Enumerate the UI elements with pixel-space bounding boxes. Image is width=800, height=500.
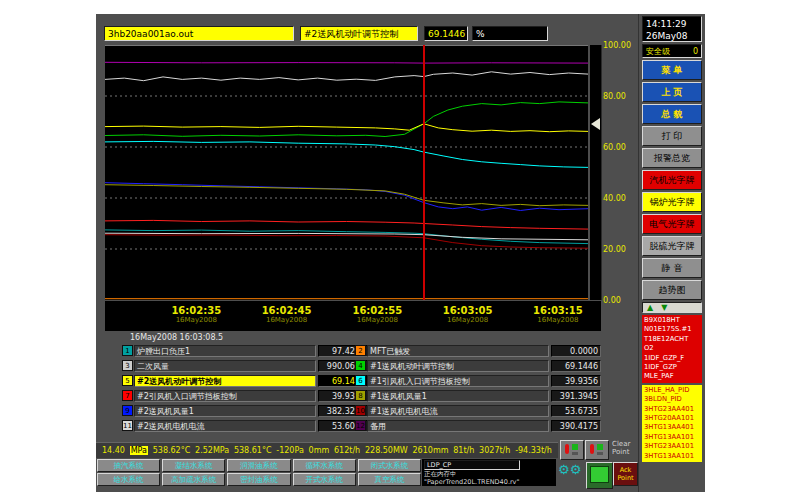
overview-button[interactable]: 总 貌 — [642, 104, 702, 124]
system-button[interactable]: 给水系统 — [97, 473, 160, 486]
trend-file-box[interactable]: 3hb20aa001ao.out — [104, 26, 294, 41]
legend-row[interactable]: 11#2送风机电机电流53.6005 — [122, 420, 368, 432]
security-value: 0 — [693, 45, 698, 57]
series-color-swatch: 3 — [122, 360, 133, 371]
legend-row[interactable]: 6#1引风机入口调节挡板控制39.9356 — [355, 375, 601, 387]
series-label[interactable]: #1引风机入口调节挡板控制 — [367, 375, 549, 387]
chart-scroll-column[interactable] — [590, 45, 602, 300]
alarm-tag[interactable]: N01E175S.#1 — [644, 325, 700, 334]
alarm-tag[interactable]: B9X018HT — [644, 316, 700, 325]
fgd-annunciator-button[interactable]: 脱硫光字牌 — [642, 236, 702, 256]
system-button[interactable]: 开式水系统 — [293, 473, 356, 486]
status-value: 228.50MW — [365, 446, 408, 455]
status-value: 3027t/h — [479, 446, 510, 455]
alarm-tag[interactable]: 1IDF_GZP_F — [644, 354, 700, 363]
legend-row[interactable]: 4#1送风机动叶调节控制69.1446 — [355, 360, 601, 372]
system-button[interactable]: 抽汽系统 — [97, 459, 160, 472]
alarm-scroll-strip: ▲ ▼ — [642, 302, 702, 313]
series-label[interactable]: #2送风机风量1 — [134, 405, 316, 417]
prev-page-button[interactable]: 上 页 — [642, 82, 702, 102]
alarm-tag[interactable]: 3HTG23AA401 — [644, 405, 700, 414]
system-button[interactable]: 闭式水系统 — [358, 459, 421, 472]
alarm-tag[interactable]: 3HTG20AA101 — [644, 414, 700, 423]
legend-row[interactable]: 7#2引风机入口调节挡板控制39.9356 — [122, 390, 368, 402]
alarm-tag-list-red[interactable]: B9X018HTN01E175S.#1T18E12ACHTO21IDF_GZP_… — [642, 315, 702, 383]
series-label[interactable]: 备用 — [367, 420, 549, 432]
series-label[interactable]: #2送风机电机电流 — [134, 420, 316, 432]
x-tick-date: 16May2008 — [443, 316, 493, 324]
series-label[interactable]: 炉膛出口负压1 — [134, 345, 316, 357]
electrical-annunciator-button[interactable]: 电气光字牌 — [642, 214, 702, 234]
x-tick-date: 16May2008 — [352, 316, 402, 324]
ack-point-button[interactable]: Ack Point — [613, 462, 638, 486]
trend-chart[interactable] — [105, 45, 588, 300]
alarm-tag[interactable]: 1IDF_GZP — [644, 363, 700, 372]
alarm-tag[interactable]: O2 — [644, 344, 700, 353]
alarm-tag[interactable]: 3HTG13AA401 — [644, 423, 700, 432]
clear-point-label[interactable]: Clear Point — [612, 440, 638, 456]
legend-row[interactable]: 3二次风量990.0674 — [122, 360, 368, 372]
series-label[interactable]: #1送风机风量1 — [367, 390, 549, 402]
alarm-tag[interactable]: T18E12ACHT — [644, 335, 700, 344]
status-value: 538.62°C — [153, 446, 191, 455]
alarm-tag[interactable]: 3HTG13AA101 — [644, 452, 700, 461]
gears-icon[interactable]: ⚙⚙ — [558, 464, 584, 488]
system-button[interactable]: 循环水系统 — [293, 459, 356, 472]
system-button[interactable]: 润滑油系统 — [227, 459, 290, 472]
x-tick: 16:03:1516May2008 — [533, 305, 583, 324]
y-tick-label: 20.00 — [603, 245, 626, 254]
series-color-swatch: 12 — [355, 420, 366, 431]
y-tick-label: 40.00 — [603, 194, 626, 203]
value-marker-triangle-icon[interactable] — [591, 118, 600, 130]
alarm-tag-list-yellow[interactable]: 3HLE_HA_PID3BLDN_PID3HTG23AA4013HTG20AA1… — [642, 385, 702, 462]
trend-cursor-line[interactable] — [423, 45, 425, 300]
indicator-tile-2[interactable] — [585, 440, 609, 460]
y-axis-labels: 100.0080.0060.0040.0020.000.00 — [603, 45, 637, 300]
legend-row[interactable]: 8#1送风机风量1391.3945 — [355, 390, 601, 402]
y-tick-label: 80.00 — [603, 92, 626, 101]
alarm-tag[interactable]: 3HLE_HA_PID — [644, 386, 700, 395]
alarm-tag[interactable]: 3HTG23AA101 — [644, 442, 700, 451]
alarm-summary-button[interactable]: 报警总览 — [642, 148, 702, 168]
status-value: 0mm — [309, 446, 330, 455]
print-button[interactable]: 打 印 — [642, 126, 702, 146]
system-button[interactable]: 密封油系统 — [227, 473, 290, 486]
system-button[interactable]: 真空系统 — [358, 473, 421, 486]
system-button[interactable]: 凝结水系统 — [162, 459, 225, 472]
series-label[interactable]: #2引风机入口调节挡板控制 — [134, 390, 316, 402]
boiler-annunciator-button[interactable]: 锅炉光字牌 — [642, 192, 702, 212]
mute-button[interactable]: 静 音 — [642, 258, 702, 278]
clock-time: 14:11:29 — [646, 18, 698, 30]
legend-row[interactable]: 9#2送风机风量1382.3297 — [122, 405, 368, 417]
series-label[interactable]: 二次风量 — [134, 360, 316, 372]
alarm-tag[interactable]: 3BLDN_PID — [644, 395, 700, 404]
turbine-annunciator-button[interactable]: 汽机光字牌 — [642, 170, 702, 190]
monitor-icon[interactable] — [586, 462, 613, 489]
status-value: 538.61°C — [234, 446, 272, 455]
legend-row[interactable]: 5#2送风机动叶调节控制69.1446 — [122, 375, 368, 387]
legend-row[interactable]: 1炉膛出口负压197.4292 — [122, 345, 368, 357]
selected-tag-box[interactable]: #2送风机动叶调节控制 — [300, 26, 418, 41]
system-button-row-2: 给水系统高加疏水系统密封油系统开式水系统真空系统 — [96, 473, 422, 486]
series-color-swatch: 6 — [355, 375, 366, 386]
system-button[interactable]: 高加疏水系统 — [162, 473, 225, 486]
indicator-tile-1[interactable] — [560, 440, 584, 460]
menu-button[interactable]: 菜 单 — [642, 60, 702, 80]
alarm-tag[interactable]: 3HTG13AA101 — [644, 433, 700, 442]
clock-date: 26May08 — [646, 30, 698, 42]
trend-button[interactable]: 趋势图 — [642, 280, 702, 300]
series-label[interactable]: #2送风机动叶调节控制 — [134, 375, 316, 387]
series-label[interactable]: #1送风机动叶调节控制 — [367, 360, 549, 372]
series-label[interactable]: #1送风机电机电流 — [367, 405, 549, 417]
alarm-tag[interactable]: MLE_PAF — [644, 372, 700, 381]
series-color-swatch: 2 — [355, 345, 366, 356]
series-label[interactable]: MFT已触发 — [367, 345, 549, 357]
legend-row[interactable]: 10#1送风机电机电流53.6735 — [355, 405, 601, 417]
legend-row[interactable]: 12备用390.4175 — [355, 420, 601, 432]
scroll-up-icon[interactable]: ▲ — [647, 303, 653, 313]
legend-row[interactable]: 2MFT已触发0.0000 — [355, 345, 601, 357]
trend-series — [105, 124, 588, 132]
x-tick: 16:03:0516May2008 — [443, 305, 493, 324]
status-value: 14.40 — [102, 446, 125, 455]
scroll-down-icon[interactable]: ▼ — [661, 303, 667, 313]
